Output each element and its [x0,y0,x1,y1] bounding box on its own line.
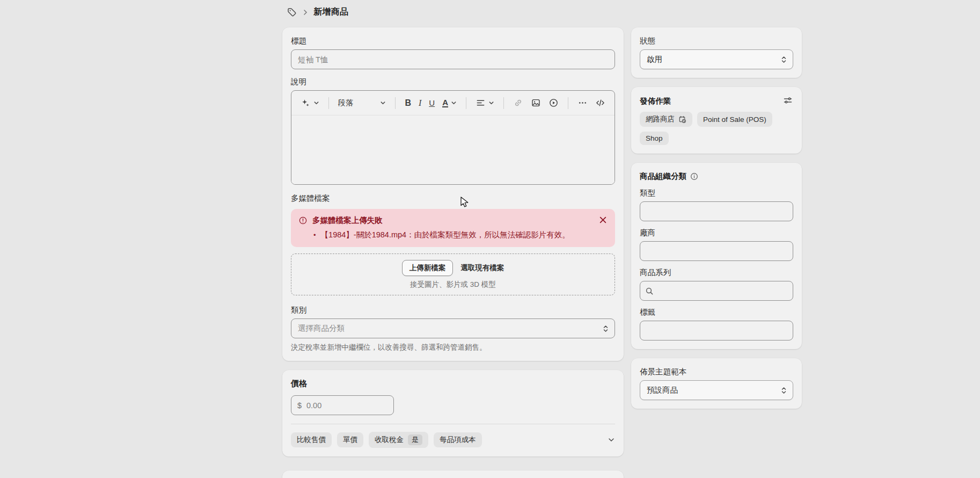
charge-tax-value: 是 [408,434,422,445]
channel-label: Shop [646,134,663,142]
link-icon [513,98,523,108]
sliders-icon [783,96,793,105]
bullet: • [313,230,316,241]
description-textarea[interactable] [291,115,615,184]
dismiss-error-button[interactable] [598,216,608,226]
calendar-clock-icon [678,115,686,124]
bold-button[interactable]: B [402,96,414,110]
italic-button[interactable]: I [416,96,424,110]
insert-link-button[interactable] [510,96,526,110]
tags-label: 標籤 [640,307,793,317]
main-column: 標題 說明 段落 [282,27,624,478]
channel-label: 網路商店 [646,114,675,124]
underline-button[interactable]: U [426,96,437,110]
breadcrumb: 新增商品 [287,6,348,18]
pricing-options-row: 比較售價 單價 收取稅金 是 每品項成本 [291,424,615,448]
category-label: 類別 [291,305,615,315]
sidebar-column: 狀態 啟用 發佈作業 網路商店 [631,27,802,409]
media-upload-error-banner: 多媒體檔案上傳失敗 • 【1984】-關於1984.mp4：由於檔案類型無效，所… [291,209,615,247]
rich-text-editor: 段落 B I U A [291,90,615,185]
status-card: 狀態 啟用 [631,27,802,78]
select-updown-icon [780,386,787,395]
products-tag-icon[interactable] [287,7,297,18]
pricing-title: 價格 [291,379,615,389]
status-label: 狀態 [640,36,793,46]
category-placeholder: 選擇商品分類 [298,323,345,334]
upload-new-file-button[interactable]: 上傳新檔案 [402,260,454,276]
title-label: 標題 [291,36,615,46]
chevron-down-icon [488,100,494,106]
select-updown-icon [780,55,787,64]
tags-input[interactable] [640,321,793,341]
text-color-icon: A [442,98,448,108]
channel-shop-chip[interactable]: Shop [640,132,669,145]
insert-video-button[interactable] [546,96,561,110]
media-dropzone[interactable]: 上傳新檔案 選取現有檔案 接受圖片、影片或 3D 模型 [291,254,615,295]
product-type-input[interactable] [640,201,793,221]
insert-image-button[interactable] [528,96,544,110]
publishing-card: 發佈作業 網路商店 Po [631,87,802,154]
vendor-input[interactable] [640,241,793,261]
status-value: 啟用 [647,54,662,64]
publishing-title: 發佈作業 [640,96,671,106]
pricing-card: 價格 $ 比較售價 單價 收取稅金 是 每品項成本 [282,370,624,457]
breadcrumb-chevron-icon [302,9,309,16]
channel-pos-chip[interactable]: Point of Sale (POS) [697,112,772,127]
select-existing-file-button[interactable]: 選取現有檔案 [460,263,504,273]
charge-tax-chip[interactable]: 收取稅金 是 [369,432,428,448]
theme-template-select[interactable]: 預設商品 [640,380,793,400]
status-select[interactable]: 啟用 [640,49,793,69]
align-left-icon [476,98,486,108]
compare-at-price-chip[interactable]: 比較售價 [291,432,332,447]
theme-template-value: 預設商品 [647,385,678,395]
toolbar-divider [568,97,568,109]
toolbar-divider [395,97,396,109]
channel-label: Point of Sale (POS) [703,115,766,124]
alignment-button[interactable] [473,96,497,110]
inventory-card: 庫存 已追蹤庫存 [282,470,624,478]
ai-magic-button[interactable] [298,96,322,110]
expand-pricing-chevron-icon[interactable] [608,436,615,444]
category-help-text: 決定稅率並新增中繼欄位，以改善搜尋、篩選和跨管道銷售。 [291,343,615,352]
more-options-button[interactable] [575,96,590,110]
collections-label: 商品系列 [640,267,793,278]
unit-price-chip[interactable]: 單價 [337,432,363,447]
image-icon [531,98,541,108]
text-color-button[interactable]: A [440,96,459,110]
italic-icon: I [419,98,421,108]
error-title: 多媒體檔案上傳失敗 [312,215,593,226]
select-updown-icon [602,324,609,333]
paragraph-style-dropdown[interactable]: 段落 [335,96,389,110]
info-icon[interactable] [690,172,698,180]
code-icon [595,98,605,108]
play-circle-icon [548,98,559,108]
toolbar-divider [503,97,504,109]
category-select[interactable]: 選擇商品分類 [291,318,615,338]
bold-icon: B [405,98,411,108]
title-input[interactable] [291,49,615,69]
price-input[interactable] [291,395,394,415]
description-label: 說明 [291,77,615,87]
close-icon [599,216,607,224]
editor-toolbar: 段落 B I U A [291,91,615,115]
charge-tax-label: 收取稅金 [375,435,404,445]
chevron-down-icon [380,100,386,106]
add-product-page: 新增商品 標題 說明 段落 [0,0,980,478]
product-details-card: 標題 說明 段落 [282,27,624,361]
media-accept-hint: 接受圖片、影片或 3D 模型 [410,280,496,289]
theme-template-card: 佈景主題範本 預設商品 [631,358,802,409]
organization-title: 商品組織分類 [640,171,686,182]
search-icon [645,287,654,295]
channel-online-store-chip[interactable]: 網路商店 [640,112,692,127]
chevron-down-icon [451,100,457,106]
collections-search-input[interactable] [640,281,793,301]
type-label: 類型 [640,188,793,198]
sales-channels-list: 網路商店 Point of Sale (POS) Shop [640,112,793,145]
toolbar-divider [328,97,329,109]
cost-per-item-chip[interactable]: 每品項成本 [434,432,482,447]
manage-channels-button[interactable] [782,96,793,106]
media-label: 多媒體檔案 [291,193,615,204]
currency-prefix: $ [297,401,302,410]
chevron-down-icon [313,100,319,106]
show-html-button[interactable] [593,96,608,110]
